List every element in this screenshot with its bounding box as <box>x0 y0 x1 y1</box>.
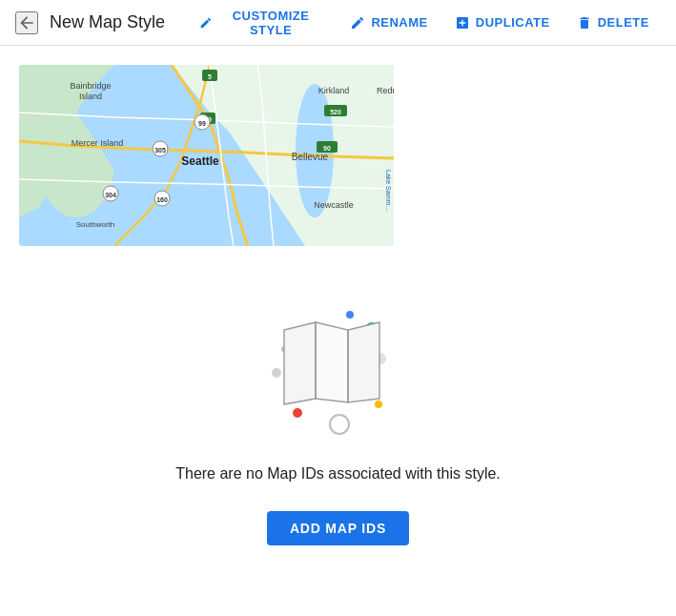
svg-text:Seattle: Seattle <box>181 154 219 168</box>
folded-map-svg <box>279 320 384 406</box>
delete-label: DELETE <box>598 15 649 30</box>
arrow-left-icon <box>17 13 36 32</box>
customize-style-button[interactable]: CUSTOMIZE STYLE <box>188 3 335 43</box>
svg-text:Southworth: Southworth <box>76 220 114 229</box>
empty-state: There are no Map IDs associated with thi… <box>19 275 657 574</box>
edit-icon <box>350 15 365 31</box>
map-preview-svg: 5 99 520 90 Seattle Bellevue Kirkland Re… <box>19 65 394 246</box>
svg-text:304: 304 <box>105 192 116 198</box>
svg-text:5: 5 <box>208 73 212 80</box>
map-preview: 5 99 520 90 Seattle Bellevue Kirkland Re… <box>19 65 394 246</box>
delete-button[interactable]: DELETE <box>565 10 661 36</box>
dot-red <box>293 408 302 418</box>
main-content: 5 99 520 90 Seattle Bellevue Kirkland Re… <box>0 46 676 593</box>
pencil-icon <box>199 15 213 31</box>
customize-style-label: CUSTOMIZE STYLE <box>218 9 324 37</box>
svg-text:520: 520 <box>330 109 341 115</box>
header: New Map Style CUSTOMIZE STYLE RENAME DUP… <box>0 0 676 46</box>
svg-text:Kirkland: Kirkland <box>318 86 350 95</box>
svg-text:90: 90 <box>323 145 331 152</box>
back-button[interactable] <box>15 11 38 34</box>
rename-button[interactable]: RENAME <box>338 10 439 36</box>
svg-marker-34 <box>348 322 379 402</box>
svg-text:Island: Island <box>79 92 102 101</box>
svg-text:Bellevue: Bellevue <box>292 152 329 162</box>
rename-label: RENAME <box>371 15 427 30</box>
duplicate-button[interactable]: DUPLICATE <box>443 10 562 36</box>
svg-marker-32 <box>284 322 316 404</box>
svg-text:Bainbridge: Bainbridge <box>70 81 111 91</box>
svg-text:99: 99 <box>198 120 206 127</box>
duplicate-label: DUPLICATE <box>476 15 550 30</box>
copy-plus-icon <box>455 15 470 31</box>
trash-icon <box>577 15 592 31</box>
add-map-ids-button[interactable]: ADD MAP IDS <box>267 511 409 545</box>
svg-marker-33 <box>316 322 348 402</box>
svg-text:Mercer Island: Mercer Island <box>72 138 124 148</box>
dot-gray-circle <box>329 414 350 435</box>
svg-text:160: 160 <box>156 196 168 203</box>
map-illustration <box>262 294 415 446</box>
svg-text:305: 305 <box>154 147 166 154</box>
page-title: New Map Style <box>50 12 165 32</box>
svg-text:Lake Samm...: Lake Samm... <box>385 170 392 211</box>
svg-text:Newcastle: Newcastle <box>314 200 354 210</box>
svg-text:Redmond: Redmond <box>377 86 394 95</box>
header-actions: CUSTOMIZE STYLE RENAME DUPLICATE DELETE <box>188 3 661 43</box>
dot-blue <box>346 311 354 318</box>
empty-state-message: There are no Map IDs associated with thi… <box>175 465 501 483</box>
